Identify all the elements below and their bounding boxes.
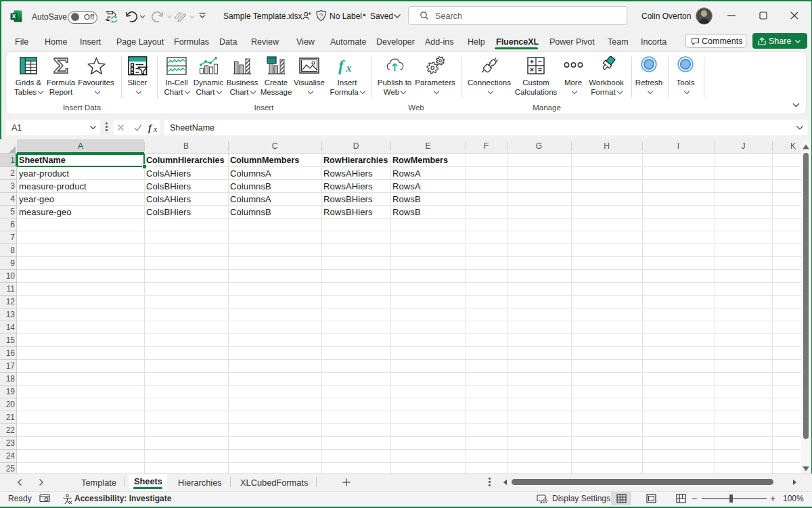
svg-text:?: ? bbox=[319, 11, 323, 19]
svg-text:x: x bbox=[346, 62, 352, 73]
svg-text:x: x bbox=[153, 125, 158, 133]
svg-text:X: X bbox=[12, 13, 16, 20]
svg-text:f: f bbox=[148, 122, 153, 133]
svg-text:f: f bbox=[338, 57, 345, 74]
